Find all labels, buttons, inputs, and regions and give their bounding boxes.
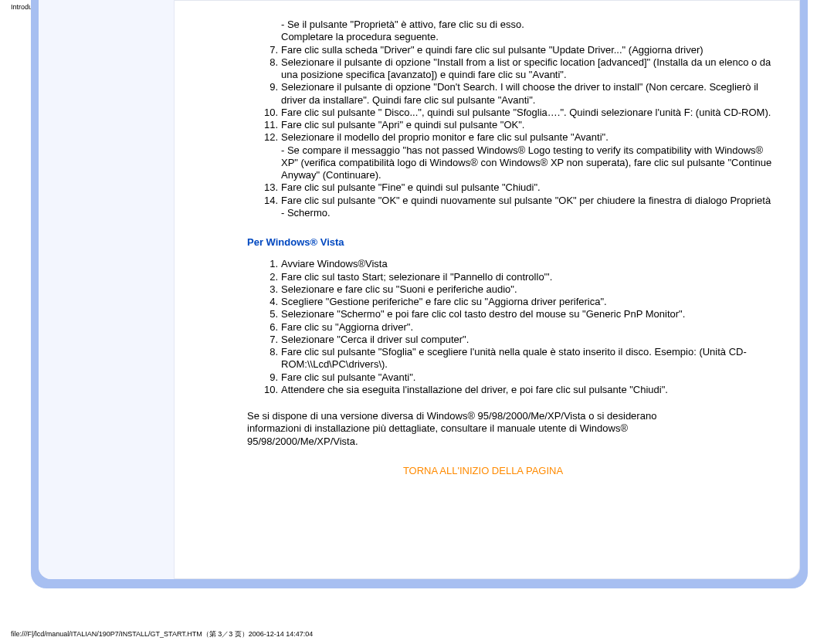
list-item: 7.Fare clic sulla scheda "Driver" e quin… xyxy=(263,44,777,56)
list-item: 11.Fare clic sul pulsante "Apri" e quind… xyxy=(263,119,777,131)
list-item: 4.Scegliere "Gestione periferiche" e far… xyxy=(263,296,777,308)
list-item: 3.Selezionare e fare clic su "Suoni e pe… xyxy=(263,283,777,296)
list-item: 9.Fare clic sul pulsante "Avanti". xyxy=(263,371,777,384)
list-item: 10.Fare clic sul pulsante " Disco...", q… xyxy=(263,107,777,119)
xp-pre-line-2: Completare la procedura seguente. xyxy=(263,31,777,43)
outer-frame: - Se il pulsante "Proprietà" è attivo, f… xyxy=(31,0,808,588)
list-item: 9.Selezionare il pulsante di opzione "Do… xyxy=(263,81,777,107)
list-item: 7.Selezionare "Cerca il driver sul compu… xyxy=(263,334,777,346)
xp-pre-line-1: - Se il pulsante "Proprietà" è attivo, f… xyxy=(281,19,777,31)
list-item: 1.Avviare Windows®Vista xyxy=(263,258,777,270)
note-paragraph: Se si dispone di una versione diversa di… xyxy=(247,410,680,448)
list-item: 5.Selezionare "Schermo" e poi fare clic … xyxy=(263,308,777,320)
vista-heading: Per Windows® Vista xyxy=(247,236,777,249)
list-item: 8.Selezionare il pulsante di opzione "In… xyxy=(263,56,777,82)
back-to-top-link[interactable]: TORNA ALL'INIZIO DELLA PAGINA xyxy=(189,465,777,477)
list-item: 8.Fare clic sul pulsante "Sfoglia" e sce… xyxy=(263,346,777,371)
inner-panel: - Se il pulsante "Proprietà" è attivo, f… xyxy=(39,0,800,579)
list-item: 12.Selezionare il modello del proprio mo… xyxy=(263,131,777,181)
list-item: 2.Fare clic sul tasto Start; selezionare… xyxy=(263,271,777,283)
list-item: 14.Fare clic sul pulsante "OK" e quindi … xyxy=(263,195,777,220)
sidebar xyxy=(39,0,175,579)
list-item: 6.Fare clic su "Aggiorna driver". xyxy=(263,321,777,334)
list-item: 10.Attendere che sia eseguita l'installa… xyxy=(263,384,777,396)
list-item: 13.Fare clic sul pulsante "Fine" e quind… xyxy=(263,181,777,194)
footer-path: file:///F|/lcd/manual/ITALIAN/190P7/INST… xyxy=(11,629,313,639)
content-area: - Se il pulsante "Proprietà" è attivo, f… xyxy=(174,0,800,579)
